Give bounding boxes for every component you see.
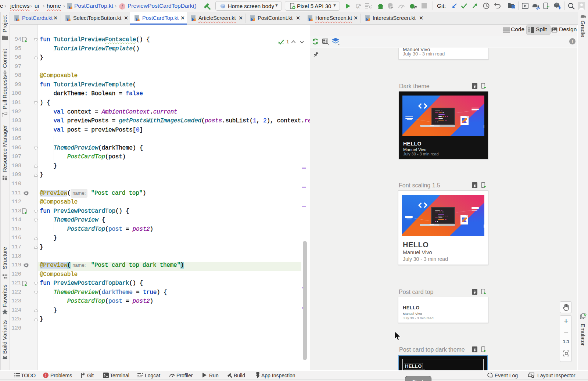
svg-text:A: A (357, 6, 359, 9)
